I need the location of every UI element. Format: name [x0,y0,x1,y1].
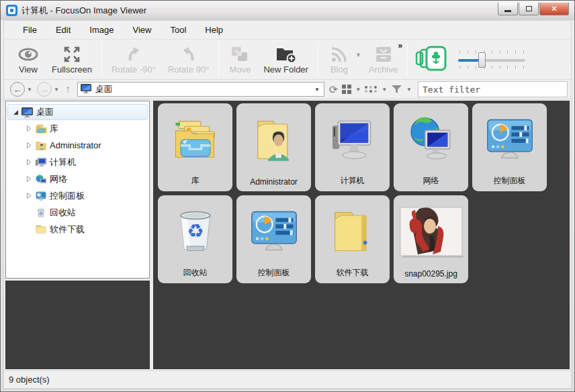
refresh-icon[interactable]: ⟳ [329,83,338,96]
grid-item-label: 控制面板 [258,267,290,279]
up-button[interactable]: ↑ [65,83,71,95]
blog-button[interactable]: Blog [322,40,357,79]
grid-item-label: Administrator [250,177,298,187]
tree-label: Administrator [50,140,101,150]
user-folder-large-icon [251,103,298,177]
grid-item-computer[interactable]: 计算机 [315,103,390,191]
path-dropdown-caret[interactable]: ▼ [313,87,321,93]
grid-item-recycle-bin[interactable]: ♻ 回收站 [158,195,232,283]
minimize-button[interactable] [498,3,518,15]
tree-item-downloads[interactable]: 软件下载 [6,221,149,238]
toolbar-separator [218,42,219,77]
toolbar-overflow-chevron[interactable]: » [398,41,403,50]
path-combobox[interactable]: 桌面 ▼ [77,82,324,97]
tree-label: 回收站 [50,207,76,219]
tree-item-desktop[interactable]: 桌面 [7,104,148,120]
folder-tree: 桌面 库 Administrator 计算机 [5,101,150,279]
view-button[interactable]: View [11,40,46,79]
tree-item-network[interactable]: 网络 [6,170,149,187]
svg-text:♻: ♻ [187,219,204,241]
tree-item-control-panel[interactable]: 控制面板 [6,187,149,204]
text-filter-input[interactable] [418,81,568,97]
expander-expanded-icon[interactable] [10,109,21,115]
control-panel-large-icon [484,103,535,175]
expander-collapsed-icon[interactable] [24,142,34,148]
minimize-icon [504,10,511,12]
tree-item-computer[interactable]: 计算机 [6,154,149,170]
back-button[interactable]: ← [10,82,25,97]
grid-item-label: 计算机 [341,175,365,187]
thumbnail-size-icon[interactable] [415,45,449,74]
computer-icon [34,158,48,167]
grid-item-label: 软件下载 [337,267,369,279]
tree-panel-background [5,281,150,369]
filter-funnel-icon[interactable] [391,85,402,94]
menu-edit[interactable]: Edit [49,22,77,38]
libraries-icon [34,124,48,134]
filter-caret[interactable]: ▼ [406,87,412,93]
window-title: 计算机 - FocusOn Image Viewer [21,5,146,17]
rotate-cw-button[interactable]: Rotate 90° [162,40,216,79]
close-button[interactable]: ✕ [539,3,569,15]
grid-item-snap-image[interactable]: snap00295.jpg [394,195,468,283]
network-large-icon [406,103,456,175]
svg-text:♻: ♻ [39,211,43,215]
blog-dropdown-caret[interactable]: ▼ [355,52,361,58]
grid-item-network[interactable]: 网络 [394,103,468,191]
tree-label: 桌面 [36,106,54,118]
menu-help[interactable]: Help [198,22,230,38]
sort-icon[interactable] [365,86,378,93]
toolbar-separator [407,42,408,77]
rotate-ccw-button[interactable]: Rotate -90° [105,40,162,79]
grid-item-control-panel-2[interactable]: 控制面板 [236,195,311,283]
control-panel-icon [34,191,48,201]
desktop-icon [21,107,34,117]
toolbar-separator [101,42,102,77]
tree-label: 网络 [50,173,67,185]
expander-collapsed-icon[interactable] [24,193,34,199]
expander-collapsed-icon[interactable] [24,176,34,182]
status-bar: 9 object(s) [3,371,572,389]
sort-caret[interactable]: ▼ [382,87,387,93]
eye-icon [18,44,38,64]
grid-item-label: 网络 [423,175,439,187]
rotate-ccw-label: Rotate -90° [112,64,156,75]
move-label: Move [230,64,251,75]
folder-large-icon [329,195,376,267]
view-mode-icon[interactable] [342,85,351,94]
tree-item-administrator[interactable]: Administrator [6,137,149,154]
fullscreen-button[interactable]: Fullscreen [46,40,98,79]
view-label: View [19,64,38,75]
forward-button[interactable]: → [37,82,52,97]
grid-item-label: 回收站 [183,267,208,279]
network-globe-icon [34,175,48,184]
tree-label: 控制面板 [50,190,85,202]
new-folder-button[interactable]: New Folder [257,40,314,79]
restore-button[interactable] [519,3,539,15]
tree-label: 软件下载 [50,224,85,236]
computer-large-icon [328,103,378,175]
forward-history-caret[interactable]: ▼ [54,87,59,93]
move-button[interactable]: Move [222,40,257,79]
menu-file[interactable]: File [16,22,44,38]
grid-item-administrator[interactable]: Administrator [236,103,311,191]
user-folder-icon [34,141,48,150]
expander-collapsed-icon[interactable] [24,126,34,132]
thumbnail-size-slider[interactable] [458,46,525,73]
menu-image[interactable]: Image [83,22,120,38]
new-folder-icon [275,44,297,64]
grid-item-downloads[interactable]: 软件下载 [315,195,390,283]
tree-item-recycle-bin[interactable]: ♻ 回收站 [6,204,149,221]
tree-item-libraries[interactable]: 库 [6,120,149,137]
back-history-caret[interactable]: ▼ [27,87,32,93]
view-mode-caret[interactable]: ▼ [355,87,361,93]
grid-item-libraries[interactable]: 库 [158,103,232,191]
restore-icon [526,6,532,11]
rotate-cw-icon [180,44,197,64]
blog-label: Blog [330,64,348,75]
menu-view[interactable]: View [126,22,159,38]
object-count: 9 object(s) [9,375,50,385]
expander-collapsed-icon[interactable] [24,159,34,165]
grid-item-control-panel[interactable]: 控制面板 [472,103,547,191]
menu-tool[interactable]: Tool [163,22,193,38]
